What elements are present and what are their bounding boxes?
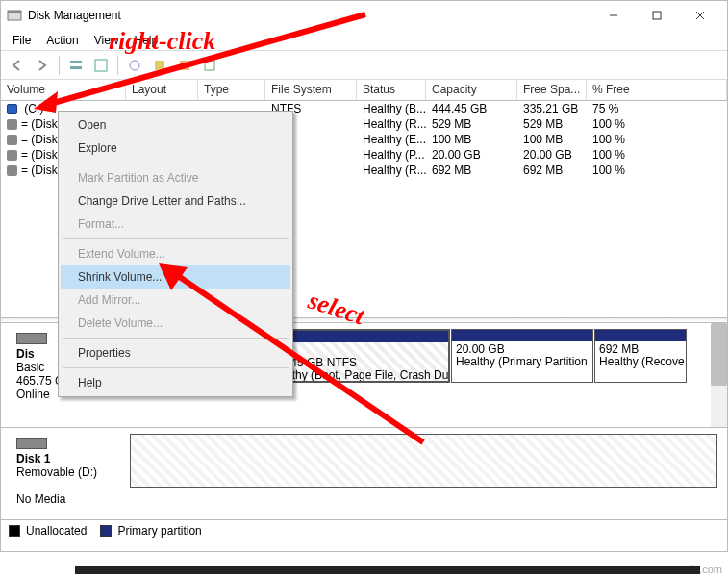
p4-health: Healthy (Primary Partition: [456, 355, 588, 368]
scrollbar[interactable]: [711, 323, 727, 427]
col-type[interactable]: Type: [198, 80, 265, 100]
primary-swatch: [100, 525, 112, 537]
menu-action[interactable]: Action: [40, 32, 84, 49]
col-capacity[interactable]: Capacity: [426, 80, 517, 100]
ctx-mark-active: Mark Partition as Active: [61, 166, 290, 189]
svg-rect-7: [70, 66, 82, 69]
minimize-button[interactable]: [591, 2, 635, 29]
svg-rect-6: [70, 61, 82, 63]
svg-rect-10: [155, 61, 164, 70]
disk1-name: Disk 1: [16, 452, 124, 465]
disk0-size: 465.75: [16, 374, 52, 388]
ctx-open[interactable]: Open: [61, 113, 290, 137]
disk1-state: No Media: [16, 492, 124, 506]
p3-health: Healthy (Boot, Page File, Crash Dum: [268, 368, 448, 382]
disk-mgmt-icon: [7, 8, 22, 23]
svg-rect-11: [180, 61, 189, 70]
svg-rect-12: [205, 61, 214, 70]
menu-help[interactable]: Help: [129, 32, 164, 49]
p5-health: Healthy (Recove: [599, 355, 685, 368]
tb-icon-2[interactable]: [174, 55, 195, 76]
menu-file[interactable]: File: [7, 32, 37, 49]
partition-4[interactable]: 20.00 GBHealthy (Primary Partition: [451, 329, 593, 383]
svg-rect-1: [8, 11, 21, 13]
forward-button[interactable]: [32, 55, 53, 76]
no-media-box[interactable]: [130, 434, 717, 488]
toolbar: [1, 51, 727, 80]
window-title: Disk Management: [28, 9, 591, 22]
disk1-panel: Disk 1 Removable (D:) No Media: [1, 428, 727, 519]
legend-unallocated: Unallocated: [26, 524, 87, 538]
refresh-button[interactable]: [90, 55, 112, 76]
col-filesystem[interactable]: File System: [265, 80, 357, 100]
partition-5[interactable]: 692 MBHealthy (Recove: [594, 329, 687, 383]
ctx-change-letter[interactable]: Change Drive Letter and Paths...: [61, 189, 290, 213]
svg-rect-8: [95, 60, 107, 71]
ctx-help[interactable]: Help: [61, 371, 290, 394]
disk1-info: Disk 1 Removable (D:) No Media: [11, 434, 130, 514]
ctx-mirror: Add Mirror...: [61, 288, 290, 312]
bottom-shadow: [75, 566, 700, 574]
ctx-explore[interactable]: Explore: [61, 137, 290, 160]
disk-icon: [16, 438, 47, 449]
unallocated-swatch: [9, 525, 20, 537]
col-volume[interactable]: Volume: [1, 80, 126, 100]
views-button[interactable]: [65, 55, 87, 76]
col-status[interactable]: Status: [357, 80, 426, 100]
col-pctfree[interactable]: % Free: [587, 80, 727, 100]
column-headers: Volume Layout Type File System Status Ca…: [1, 80, 727, 101]
tb-icon-1[interactable]: [149, 55, 170, 76]
p5-size: 692 MB: [599, 342, 639, 356]
ctx-extend: Extend Volume...: [61, 242, 290, 265]
p4-size: 20.00 GB: [456, 342, 505, 356]
col-freespace[interactable]: Free Spa...: [517, 80, 587, 100]
svg-rect-3: [653, 12, 661, 19]
titlebar: Disk Management: [1, 1, 727, 30]
maximize-button[interactable]: [635, 2, 678, 29]
tb-icon-3[interactable]: [199, 55, 220, 76]
menu-view[interactable]: View: [88, 32, 125, 49]
ctx-shrink[interactable]: Shrink Volume...: [61, 265, 290, 288]
close-button[interactable]: [678, 2, 721, 29]
ctx-properties[interactable]: Properties: [61, 341, 290, 364]
help-button[interactable]: [124, 55, 145, 76]
disk-icon: [16, 333, 47, 344]
legend: Unallocated Primary partition: [1, 519, 727, 540]
ctx-format: Format...: [61, 213, 290, 236]
menubar: File Action View Help: [1, 30, 727, 51]
ctx-delete: Delete Volume...: [61, 312, 290, 335]
svg-point-9: [130, 61, 139, 70]
disk1-type: Removable (D:): [16, 465, 124, 479]
legend-primary: Primary partition: [117, 524, 201, 538]
context-menu: Open Explore Mark Partition as Active Ch…: [58, 111, 293, 397]
col-layout[interactable]: Layout: [126, 80, 198, 100]
back-button[interactable]: [7, 55, 28, 76]
